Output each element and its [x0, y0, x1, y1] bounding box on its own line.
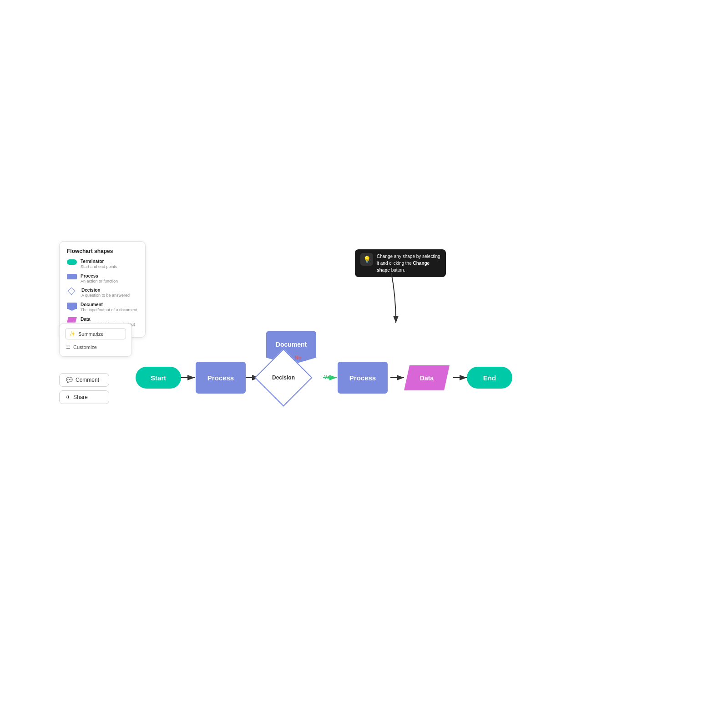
comment-icon: 💬	[66, 377, 73, 383]
process-desc: An action or function	[81, 279, 118, 284]
legend-item-terminator: Terminator Start and end points	[67, 259, 138, 270]
data-label: Data	[420, 374, 434, 382]
legend-item-document: Document The input/output of a document	[67, 302, 138, 313]
comment-button[interactable]: 💬 Comment	[59, 373, 109, 387]
comment-share-panel: 💬 Comment ✈ Share	[59, 373, 109, 404]
document-label: Document	[81, 302, 137, 308]
share-button[interactable]: ✈ Share	[59, 390, 109, 404]
decision-node[interactable]: Decision	[263, 357, 304, 398]
customize-button[interactable]: ☰ Customize	[65, 342, 126, 352]
action-panel: ✨ Summarize ☰ Customize	[59, 323, 132, 357]
share-label: Share	[73, 394, 88, 400]
process-label: Process	[81, 273, 118, 279]
process1-node[interactable]: Process	[196, 362, 246, 394]
lightbulb-icon: 💡	[360, 253, 373, 266]
data-label-legend: Data	[81, 317, 135, 322]
decision-label-legend: Decision	[81, 288, 130, 293]
data-node[interactable]: Data	[404, 365, 450, 390]
decision-desc: A question to be answered	[81, 293, 130, 298]
document-node-label: Document	[276, 341, 307, 348]
start-label: Start	[151, 374, 166, 382]
summarize-label: Summarize	[78, 331, 104, 337]
share-icon: ✈	[66, 394, 71, 400]
customize-label: Customize	[73, 344, 97, 350]
document-desc: The input/output of a document	[81, 308, 137, 313]
process-icon	[67, 274, 77, 279]
summarize-icon: ✨	[69, 331, 76, 337]
hint-box: 💡 Change any shape by selecting it and c…	[355, 249, 446, 277]
data-icon-legend	[67, 317, 77, 323]
hint-text: Change any shape by selecting it and cli…	[377, 253, 440, 273]
legend-item-decision: Decision A question to be answered	[67, 288, 138, 298]
comment-label: Comment	[76, 377, 99, 383]
yes-label: Yes	[324, 374, 333, 380]
document-icon-legend	[67, 303, 77, 311]
end-node[interactable]: End	[467, 367, 512, 389]
end-label: End	[483, 374, 496, 382]
summarize-button[interactable]: ✨ Summarize	[65, 328, 126, 339]
terminator-desc: Start and end points	[81, 264, 117, 270]
terminator-label: Terminator	[81, 259, 117, 264]
terminator-icon	[67, 259, 77, 265]
process2-label: Process	[349, 374, 376, 382]
customize-icon: ☰	[66, 344, 71, 350]
decision-label: Decision	[272, 374, 295, 381]
process1-label: Process	[207, 374, 234, 382]
legend-title: Flowchart shapes	[67, 248, 138, 254]
decision-icon-legend	[67, 288, 76, 294]
process2-node[interactable]: Process	[338, 362, 388, 394]
legend-item-process: Process An action or function	[67, 273, 138, 284]
start-node[interactable]: Start	[136, 367, 181, 389]
